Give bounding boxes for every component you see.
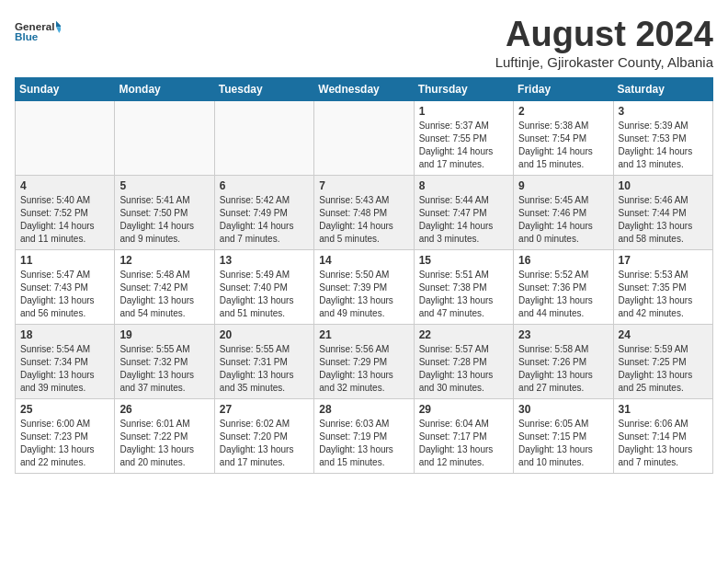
calendar-cell: 16Sunrise: 5:52 AMSunset: 7:36 PMDayligh… bbox=[514, 250, 613, 325]
calendar-cell: 20Sunrise: 5:55 AMSunset: 7:31 PMDayligh… bbox=[214, 325, 313, 399]
day-info: Sunrise: 6:05 AMSunset: 7:15 PMDaylight:… bbox=[518, 418, 608, 469]
day-info: Sunrise: 5:51 AMSunset: 7:38 PMDaylight:… bbox=[419, 269, 508, 320]
day-info: Sunrise: 6:03 AMSunset: 7:19 PMDaylight:… bbox=[319, 418, 408, 469]
calendar-cell: 22Sunrise: 5:57 AMSunset: 7:28 PMDayligh… bbox=[414, 325, 513, 399]
day-info: Sunrise: 6:02 AMSunset: 7:20 PMDaylight:… bbox=[220, 418, 309, 469]
day-info: Sunrise: 5:53 AMSunset: 7:35 PMDaylight:… bbox=[619, 269, 708, 320]
day-number: 8 bbox=[419, 179, 508, 192]
day-number: 27 bbox=[220, 403, 309, 416]
calendar-cell bbox=[115, 101, 214, 176]
day-info: Sunrise: 5:48 AMSunset: 7:42 PMDaylight:… bbox=[119, 269, 209, 320]
weekday-header-thursday: Thursday bbox=[414, 78, 513, 101]
day-info: Sunrise: 5:40 AMSunset: 7:52 PMDaylight:… bbox=[20, 194, 109, 246]
day-number: 19 bbox=[119, 328, 209, 341]
day-info: Sunrise: 5:49 AMSunset: 7:40 PMDaylight:… bbox=[220, 269, 309, 320]
day-info: Sunrise: 5:54 AMSunset: 7:34 PMDaylight:… bbox=[20, 343, 109, 395]
day-info: Sunrise: 5:57 AMSunset: 7:28 PMDaylight:… bbox=[419, 343, 508, 395]
calendar-cell: 31Sunrise: 6:06 AMSunset: 7:14 PMDayligh… bbox=[613, 399, 712, 474]
day-number: 17 bbox=[619, 254, 708, 267]
day-info: Sunrise: 6:01 AMSunset: 7:22 PMDaylight:… bbox=[119, 418, 209, 469]
calendar-cell: 9Sunrise: 5:45 AMSunset: 7:46 PMDaylight… bbox=[514, 176, 613, 250]
svg-marker-2 bbox=[56, 21, 61, 28]
day-info: Sunrise: 5:37 AMSunset: 7:55 PMDaylight:… bbox=[419, 120, 508, 171]
day-number: 1 bbox=[419, 105, 508, 118]
day-number: 11 bbox=[20, 254, 109, 267]
calendar-cell: 19Sunrise: 5:55 AMSunset: 7:32 PMDayligh… bbox=[115, 325, 214, 399]
week-row-2: 4Sunrise: 5:40 AMSunset: 7:52 PMDaylight… bbox=[16, 176, 713, 250]
day-info: Sunrise: 5:42 AMSunset: 7:49 PMDaylight:… bbox=[220, 194, 309, 246]
calendar-cell: 28Sunrise: 6:03 AMSunset: 7:19 PMDayligh… bbox=[314, 399, 414, 474]
calendar-cell: 30Sunrise: 6:05 AMSunset: 7:15 PMDayligh… bbox=[514, 399, 613, 474]
calendar-cell: 4Sunrise: 5:40 AMSunset: 7:52 PMDaylight… bbox=[16, 176, 115, 250]
day-number: 13 bbox=[220, 254, 309, 267]
calendar-cell: 2Sunrise: 5:38 AMSunset: 7:54 PMDaylight… bbox=[514, 101, 613, 176]
calendar-cell: 11Sunrise: 5:47 AMSunset: 7:43 PMDayligh… bbox=[16, 250, 115, 325]
day-info: Sunrise: 5:39 AMSunset: 7:53 PMDaylight:… bbox=[619, 120, 708, 171]
logo-svg: General Blue bbox=[15, 15, 61, 52]
day-number: 2 bbox=[518, 105, 608, 118]
day-number: 24 bbox=[619, 328, 708, 341]
day-info: Sunrise: 5:56 AMSunset: 7:29 PMDaylight:… bbox=[319, 343, 408, 395]
day-number: 14 bbox=[319, 254, 408, 267]
day-info: Sunrise: 5:59 AMSunset: 7:25 PMDaylight:… bbox=[619, 343, 708, 395]
day-number: 9 bbox=[518, 179, 608, 192]
day-number: 25 bbox=[20, 403, 109, 416]
weekday-header-saturday: Saturday bbox=[613, 78, 712, 101]
calendar-cell: 23Sunrise: 5:58 AMSunset: 7:26 PMDayligh… bbox=[514, 325, 613, 399]
calendar-cell: 3Sunrise: 5:39 AMSunset: 7:53 PMDaylight… bbox=[613, 101, 712, 176]
day-info: Sunrise: 5:50 AMSunset: 7:39 PMDaylight:… bbox=[319, 269, 408, 320]
day-number: 28 bbox=[319, 403, 408, 416]
subtitle: Luftinje, Gjirokaster County, Albania bbox=[495, 54, 713, 70]
day-info: Sunrise: 5:43 AMSunset: 7:48 PMDaylight:… bbox=[319, 194, 408, 246]
calendar-cell: 24Sunrise: 5:59 AMSunset: 7:25 PMDayligh… bbox=[613, 325, 712, 399]
calendar-cell: 7Sunrise: 5:43 AMSunset: 7:48 PMDaylight… bbox=[314, 176, 414, 250]
day-info: Sunrise: 5:45 AMSunset: 7:46 PMDaylight:… bbox=[518, 194, 608, 246]
weekday-header-friday: Friday bbox=[514, 78, 613, 101]
calendar-cell: 5Sunrise: 5:41 AMSunset: 7:50 PMDaylight… bbox=[115, 176, 214, 250]
calendar-cell: 26Sunrise: 6:01 AMSunset: 7:22 PMDayligh… bbox=[115, 399, 214, 474]
day-number: 15 bbox=[419, 254, 508, 267]
day-info: Sunrise: 5:58 AMSunset: 7:26 PMDaylight:… bbox=[518, 343, 608, 395]
day-info: Sunrise: 5:55 AMSunset: 7:31 PMDaylight:… bbox=[220, 343, 309, 395]
calendar-cell: 14Sunrise: 5:50 AMSunset: 7:39 PMDayligh… bbox=[314, 250, 414, 325]
day-info: Sunrise: 6:00 AMSunset: 7:23 PMDaylight:… bbox=[20, 418, 109, 469]
calendar-cell: 8Sunrise: 5:44 AMSunset: 7:47 PMDaylight… bbox=[414, 176, 513, 250]
calendar-cell bbox=[16, 101, 115, 176]
day-info: Sunrise: 5:38 AMSunset: 7:54 PMDaylight:… bbox=[518, 120, 608, 171]
day-number: 4 bbox=[20, 179, 109, 192]
day-info: Sunrise: 6:06 AMSunset: 7:14 PMDaylight:… bbox=[619, 418, 708, 469]
calendar-cell: 27Sunrise: 6:02 AMSunset: 7:20 PMDayligh… bbox=[214, 399, 313, 474]
svg-marker-3 bbox=[56, 27, 61, 33]
day-info: Sunrise: 5:44 AMSunset: 7:47 PMDaylight:… bbox=[419, 194, 508, 246]
calendar-cell: 18Sunrise: 5:54 AMSunset: 7:34 PMDayligh… bbox=[16, 325, 115, 399]
day-info: Sunrise: 5:52 AMSunset: 7:36 PMDaylight:… bbox=[518, 269, 608, 320]
svg-text:Blue: Blue bbox=[15, 30, 39, 42]
week-row-1: 1Sunrise: 5:37 AMSunset: 7:55 PMDaylight… bbox=[16, 101, 713, 176]
day-number: 29 bbox=[419, 403, 508, 416]
calendar-cell: 6Sunrise: 5:42 AMSunset: 7:49 PMDaylight… bbox=[214, 176, 313, 250]
day-info: Sunrise: 5:41 AMSunset: 7:50 PMDaylight:… bbox=[119, 194, 209, 246]
day-number: 12 bbox=[119, 254, 209, 267]
week-row-5: 25Sunrise: 6:00 AMSunset: 7:23 PMDayligh… bbox=[16, 399, 713, 474]
calendar: SundayMondayTuesdayWednesdayThursdayFrid… bbox=[15, 77, 713, 474]
day-number: 7 bbox=[319, 179, 408, 192]
weekday-header-wednesday: Wednesday bbox=[314, 78, 414, 101]
day-number: 30 bbox=[518, 403, 608, 416]
day-info: Sunrise: 6:04 AMSunset: 7:17 PMDaylight:… bbox=[419, 418, 508, 469]
calendar-cell bbox=[314, 101, 414, 176]
title-area: August 2024 Luftinje, Gjirokaster County… bbox=[495, 15, 713, 70]
day-number: 18 bbox=[20, 328, 109, 341]
day-number: 6 bbox=[220, 179, 309, 192]
day-number: 21 bbox=[319, 328, 408, 341]
calendar-cell: 17Sunrise: 5:53 AMSunset: 7:35 PMDayligh… bbox=[613, 250, 712, 325]
weekday-header-row: SundayMondayTuesdayWednesdayThursdayFrid… bbox=[16, 78, 713, 101]
day-number: 3 bbox=[619, 105, 708, 118]
day-number: 10 bbox=[619, 179, 708, 192]
calendar-cell: 13Sunrise: 5:49 AMSunset: 7:40 PMDayligh… bbox=[214, 250, 313, 325]
calendar-cell bbox=[214, 101, 313, 176]
weekday-header-monday: Monday bbox=[115, 78, 214, 101]
calendar-cell: 10Sunrise: 5:46 AMSunset: 7:44 PMDayligh… bbox=[613, 176, 712, 250]
day-info: Sunrise: 5:55 AMSunset: 7:32 PMDaylight:… bbox=[119, 343, 209, 395]
weekday-header-sunday: Sunday bbox=[16, 78, 115, 101]
calendar-cell: 12Sunrise: 5:48 AMSunset: 7:42 PMDayligh… bbox=[115, 250, 214, 325]
